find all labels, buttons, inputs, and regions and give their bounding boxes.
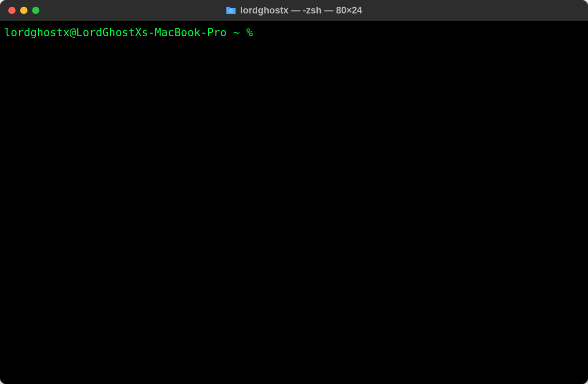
title-content: lordghostx — -zsh — 80×24 [226, 5, 362, 16]
folder-icon [226, 6, 236, 14]
maximize-button[interactable] [32, 7, 39, 14]
terminal-body[interactable]: lordghostx@LordGhostXs-MacBook-Pro ~ % [0, 21, 588, 384]
terminal-window: lordghostx — -zsh — 80×24 lordghostx@Lor… [0, 0, 588, 384]
prompt-line: lordghostx@LordGhostXs-MacBook-Pro ~ % [4, 26, 584, 40]
minimize-button[interactable] [20, 7, 27, 14]
traffic-lights [8, 7, 39, 14]
window-title: lordghostx — -zsh — 80×24 [240, 5, 362, 16]
title-bar[interactable]: lordghostx — -zsh — 80×24 [0, 0, 588, 21]
close-button[interactable] [8, 7, 16, 14]
shell-prompt: lordghostx@LordGhostXs-MacBook-Pro ~ % [4, 26, 259, 40]
